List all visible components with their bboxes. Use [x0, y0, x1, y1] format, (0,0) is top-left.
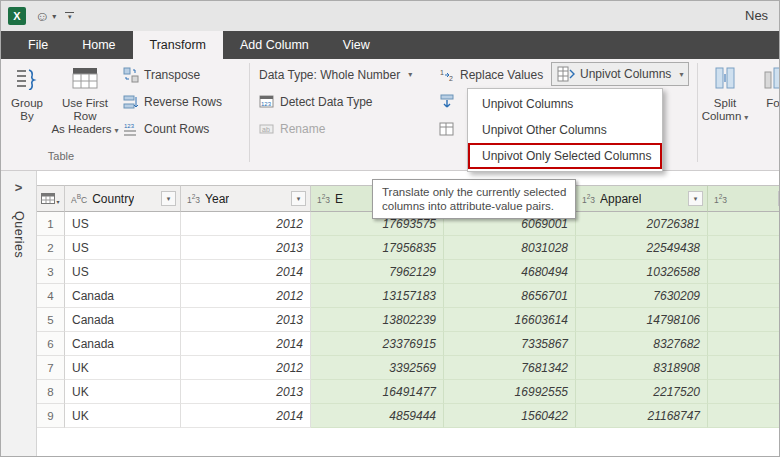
tab-home[interactable]: Home: [65, 31, 132, 59]
column-header-year[interactable]: 123Year▾: [181, 185, 311, 212]
cell[interactable]: 2012: [181, 212, 311, 236]
cell[interactable]: 2217520: [576, 380, 708, 404]
row-number[interactable]: 6: [37, 332, 65, 356]
cell[interactable]: 14798106: [576, 308, 708, 332]
cell[interactable]: US: [65, 212, 181, 236]
tab-add-column[interactable]: Add Column: [223, 31, 326, 59]
cell[interactable]: 16992555: [444, 380, 576, 404]
row-number[interactable]: 3: [37, 260, 65, 284]
cell[interactable]: 8318908: [576, 356, 708, 380]
cell[interactable]: 8327682: [576, 332, 708, 356]
group-by-label-1: Group: [11, 97, 43, 110]
cell[interactable]: 22549438: [576, 236, 708, 260]
filter-dropdown-icon[interactable]: ▾: [161, 191, 176, 206]
cell[interactable]: 17956835: [311, 236, 444, 260]
reverse-rows-button[interactable]: Reverse Rows: [123, 90, 222, 113]
cell[interactable]: 2013: [181, 380, 311, 404]
cell[interactable]: [708, 308, 779, 332]
cell[interactable]: 7962129: [311, 260, 444, 284]
cell[interactable]: [708, 404, 779, 428]
format-button[interactable]: Fo: [753, 62, 780, 146]
column-header-country[interactable]: ABCCountry▾: [65, 185, 181, 212]
cell[interactable]: 2014: [181, 404, 311, 428]
row-number[interactable]: 8: [37, 380, 65, 404]
cell[interactable]: 2012: [181, 356, 311, 380]
cell[interactable]: US: [65, 236, 181, 260]
filter-dropdown-icon[interactable]: ▾: [291, 191, 306, 206]
cell[interactable]: 16603614: [444, 308, 576, 332]
cell[interactable]: 10326588: [576, 260, 708, 284]
cell[interactable]: 23376915: [311, 332, 444, 356]
smiley-feedback-icon[interactable]: ☺: [35, 8, 49, 24]
cell[interactable]: [708, 356, 779, 380]
cell[interactable]: Canada: [65, 308, 181, 332]
cell[interactable]: 13157183: [311, 284, 444, 308]
table-row: 8UK201316491477169925552217520: [37, 380, 779, 404]
unpivot-columns-dropdown[interactable]: Unpivot Columns▾: [551, 62, 689, 86]
use-first-row-as-headers-button[interactable]: Use First Row As Headers▾: [51, 62, 119, 146]
smiley-dropdown-caret-icon[interactable]: ▾: [52, 12, 56, 21]
cell[interactable]: 3392569: [311, 356, 444, 380]
cell[interactable]: 8656701: [444, 284, 576, 308]
cell[interactable]: [708, 212, 779, 236]
row-number[interactable]: 5: [37, 308, 65, 332]
cell[interactable]: [708, 380, 779, 404]
cell[interactable]: [708, 260, 779, 284]
cell[interactable]: 2014: [181, 260, 311, 284]
filter-dropdown-icon[interactable]: ▾: [778, 191, 779, 206]
cell[interactable]: 7630209: [576, 284, 708, 308]
tab-file[interactable]: File: [11, 31, 65, 59]
split-column-button[interactable]: Split Column▾: [701, 62, 749, 146]
table-row: 7UK2012339256976813428318908: [37, 356, 779, 380]
row-number[interactable]: 4: [37, 284, 65, 308]
table-corner-button[interactable]: ▾: [37, 185, 65, 212]
expand-queries-pane-icon[interactable]: >: [15, 180, 23, 195]
cell[interactable]: [708, 332, 779, 356]
pivot-column-button[interactable]: [439, 117, 465, 140]
cell[interactable]: US: [65, 260, 181, 284]
count-rows-button[interactable]: 123 Count Rows: [123, 117, 209, 140]
cell[interactable]: 7335867: [444, 332, 576, 356]
cell[interactable]: 1560422: [444, 404, 576, 428]
cell[interactable]: 2013: [181, 236, 311, 260]
detect-data-type-button[interactable]: 123 Detect Data Type: [259, 90, 373, 113]
fill-down-button[interactable]: [439, 90, 465, 113]
cell[interactable]: UK: [65, 404, 181, 428]
menu-item-unpivot-columns[interactable]: Unpivot Columns: [468, 91, 662, 117]
column-header-apparel[interactable]: 123Apparel▾: [576, 185, 708, 212]
cell[interactable]: [708, 236, 779, 260]
menu-item-unpivot-other-columns[interactable]: Unpivot Other Columns: [468, 117, 662, 143]
cell[interactable]: Canada: [65, 284, 181, 308]
cell[interactable]: 16491477: [311, 380, 444, 404]
row-number[interactable]: 2: [37, 236, 65, 260]
transpose-button[interactable]: Transpose: [123, 63, 200, 86]
filter-dropdown-icon[interactable]: ▾: [688, 191, 703, 206]
cell[interactable]: 8031028: [444, 236, 576, 260]
tab-transform[interactable]: Transform: [133, 31, 224, 59]
cell[interactable]: 21168747: [576, 404, 708, 428]
column-header-col6[interactable]: 123▾: [708, 185, 779, 212]
cell[interactable]: 4859444: [311, 404, 444, 428]
group-by-button[interactable]: Group By: [5, 62, 49, 146]
replace-values-dropdown[interactable]: 12 Replace Values▾: [439, 63, 555, 86]
cell[interactable]: 13802239: [311, 308, 444, 332]
cell[interactable]: 20726381: [576, 212, 708, 236]
cell[interactable]: [708, 284, 779, 308]
data-type-dropdown[interactable]: Data Type: Whole Number▾: [259, 63, 412, 86]
tab-view[interactable]: View: [326, 31, 387, 59]
menu-item-unpivot-only-selected-columns[interactable]: Unpivot Only Selected Columns: [468, 143, 662, 169]
cell[interactable]: 7681342: [444, 356, 576, 380]
cell[interactable]: UK: [65, 356, 181, 380]
svg-text:ab: ab: [262, 126, 270, 133]
qat-customize-icon[interactable]: ▾: [65, 12, 74, 20]
cell[interactable]: 4680494: [444, 260, 576, 284]
cell[interactable]: Canada: [65, 332, 181, 356]
cell[interactable]: UK: [65, 380, 181, 404]
cell[interactable]: 2014: [181, 332, 311, 356]
cell[interactable]: 2013: [181, 308, 311, 332]
ribbon-divider: [249, 63, 250, 162]
row-number[interactable]: 7: [37, 356, 65, 380]
cell[interactable]: 2012: [181, 284, 311, 308]
row-number[interactable]: 1: [37, 212, 65, 236]
row-number[interactable]: 9: [37, 404, 65, 428]
